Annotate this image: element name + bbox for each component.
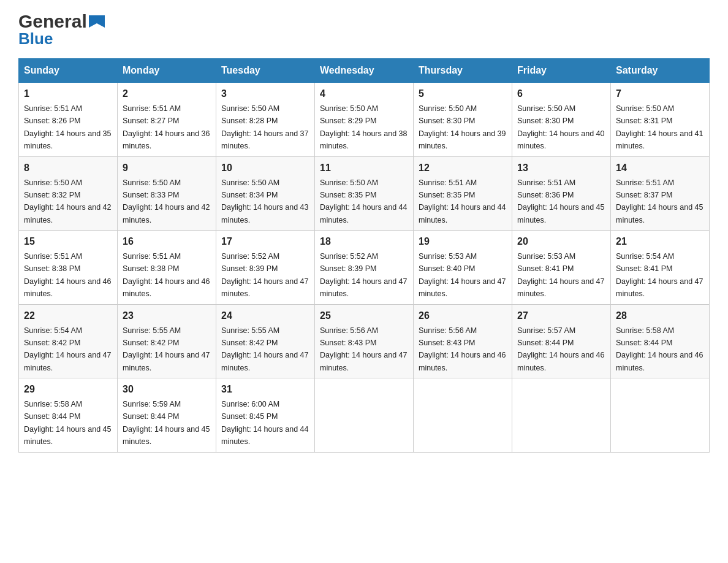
- day-number: 3: [221, 86, 309, 101]
- day-number: 1: [24, 86, 112, 101]
- column-header-saturday: Saturday: [611, 59, 710, 83]
- day-info: Sunrise: 5:50 AMSunset: 8:30 PMDaylight:…: [419, 104, 506, 150]
- day-number: 15: [24, 234, 112, 249]
- calendar-cell: 9 Sunrise: 5:50 AMSunset: 8:33 PMDayligh…: [118, 156, 216, 231]
- day-number: 24: [221, 308, 309, 323]
- day-number: 6: [517, 86, 605, 101]
- calendar-cell: 6 Sunrise: 5:50 AMSunset: 8:30 PMDayligh…: [512, 83, 611, 157]
- calendar-table: SundayMondayTuesdayWednesdayThursdayFrid…: [18, 58, 710, 453]
- calendar-cell: 8 Sunrise: 5:50 AMSunset: 8:32 PMDayligh…: [19, 156, 118, 231]
- day-info: Sunrise: 5:53 AMSunset: 8:41 PMDaylight:…: [517, 252, 604, 298]
- column-header-monday: Monday: [118, 59, 216, 83]
- calendar-cell: 5 Sunrise: 5:50 AMSunset: 8:30 PMDayligh…: [414, 83, 512, 157]
- calendar-cell: 26 Sunrise: 5:56 AMSunset: 8:43 PMDaylig…: [414, 304, 512, 378]
- calendar-week-row: 1 Sunrise: 5:51 AMSunset: 8:26 PMDayligh…: [19, 83, 710, 157]
- calendar-cell: 31 Sunrise: 6:00 AMSunset: 8:45 PMDaylig…: [216, 378, 315, 453]
- calendar-cell: [315, 378, 414, 453]
- logo-flag-icon: [89, 12, 105, 31]
- day-number: 26: [419, 308, 507, 323]
- day-info: Sunrise: 5:54 AMSunset: 8:41 PMDaylight:…: [616, 252, 703, 298]
- calendar-cell: 28 Sunrise: 5:58 AMSunset: 8:44 PMDaylig…: [611, 304, 710, 378]
- day-info: Sunrise: 5:57 AMSunset: 8:44 PMDaylight:…: [517, 326, 604, 372]
- day-info: Sunrise: 5:51 AMSunset: 8:37 PMDaylight:…: [616, 178, 703, 224]
- day-info: Sunrise: 5:50 AMSunset: 8:32 PMDaylight:…: [24, 178, 111, 224]
- day-info: Sunrise: 5:50 AMSunset: 8:33 PMDaylight:…: [123, 178, 210, 224]
- calendar-cell: 19 Sunrise: 5:53 AMSunset: 8:40 PMDaylig…: [414, 231, 512, 305]
- calendar-cell: 25 Sunrise: 5:56 AMSunset: 8:43 PMDaylig…: [315, 304, 414, 378]
- logo: General Blue: [18, 12, 105, 48]
- calendar-cell: 22 Sunrise: 5:54 AMSunset: 8:42 PMDaylig…: [19, 304, 118, 378]
- day-number: 17: [221, 234, 309, 249]
- day-number: 19: [419, 234, 507, 249]
- day-number: 21: [616, 234, 704, 249]
- day-number: 9: [123, 161, 211, 175]
- calendar-cell: 3 Sunrise: 5:50 AMSunset: 8:28 PMDayligh…: [216, 83, 315, 157]
- day-number: 4: [320, 86, 408, 101]
- calendar-cell: 7 Sunrise: 5:50 AMSunset: 8:31 PMDayligh…: [611, 83, 710, 157]
- calendar-week-row: 15 Sunrise: 5:51 AMSunset: 8:38 PMDaylig…: [19, 231, 710, 305]
- day-number: 18: [320, 234, 408, 249]
- day-number: 12: [419, 161, 507, 175]
- calendar-cell: 29 Sunrise: 5:58 AMSunset: 8:44 PMDaylig…: [19, 378, 118, 453]
- day-info: Sunrise: 5:50 AMSunset: 8:29 PMDaylight:…: [320, 104, 407, 150]
- calendar-cell: 21 Sunrise: 5:54 AMSunset: 8:41 PMDaylig…: [611, 231, 710, 305]
- day-number: 23: [123, 308, 211, 323]
- day-info: Sunrise: 5:55 AMSunset: 8:42 PMDaylight:…: [221, 326, 308, 372]
- calendar-cell: [611, 378, 710, 453]
- day-info: Sunrise: 5:56 AMSunset: 8:43 PMDaylight:…: [419, 326, 506, 372]
- day-info: Sunrise: 5:51 AMSunset: 8:36 PMDaylight:…: [517, 178, 604, 224]
- day-info: Sunrise: 5:55 AMSunset: 8:42 PMDaylight:…: [123, 326, 210, 372]
- day-number: 16: [123, 234, 211, 249]
- logo-general-text: General: [18, 12, 87, 31]
- day-info: Sunrise: 5:51 AMSunset: 8:38 PMDaylight:…: [24, 252, 111, 298]
- calendar-cell: 18 Sunrise: 5:52 AMSunset: 8:39 PMDaylig…: [315, 231, 414, 305]
- day-info: Sunrise: 5:50 AMSunset: 8:31 PMDaylight:…: [616, 104, 703, 150]
- calendar-header-row: SundayMondayTuesdayWednesdayThursdayFrid…: [19, 59, 710, 83]
- day-number: 7: [616, 86, 704, 101]
- day-number: 2: [123, 86, 211, 101]
- calendar-cell: [414, 378, 512, 453]
- calendar-cell: 14 Sunrise: 5:51 AMSunset: 8:37 PMDaylig…: [611, 156, 710, 231]
- calendar-cell: 30 Sunrise: 5:59 AMSunset: 8:44 PMDaylig…: [118, 378, 216, 453]
- calendar-cell: [512, 378, 611, 453]
- day-info: Sunrise: 5:59 AMSunset: 8:44 PMDaylight:…: [123, 400, 210, 446]
- calendar-cell: 17 Sunrise: 5:52 AMSunset: 8:39 PMDaylig…: [216, 231, 315, 305]
- column-header-sunday: Sunday: [19, 59, 118, 83]
- day-info: Sunrise: 5:50 AMSunset: 8:30 PMDaylight:…: [517, 104, 604, 150]
- day-number: 13: [517, 161, 605, 175]
- day-number: 10: [221, 161, 309, 175]
- day-info: Sunrise: 5:52 AMSunset: 8:39 PMDaylight:…: [320, 252, 407, 298]
- day-number: 22: [24, 308, 112, 323]
- day-info: Sunrise: 5:53 AMSunset: 8:40 PMDaylight:…: [419, 252, 506, 298]
- column-header-wednesday: Wednesday: [315, 59, 414, 83]
- calendar-cell: 20 Sunrise: 5:53 AMSunset: 8:41 PMDaylig…: [512, 231, 611, 305]
- calendar-cell: 1 Sunrise: 5:51 AMSunset: 8:26 PMDayligh…: [19, 83, 118, 157]
- day-number: 8: [24, 161, 112, 175]
- day-info: Sunrise: 5:51 AMSunset: 8:35 PMDaylight:…: [419, 178, 506, 224]
- calendar-cell: 13 Sunrise: 5:51 AMSunset: 8:36 PMDaylig…: [512, 156, 611, 231]
- logo-blue-line: Blue: [18, 29, 53, 48]
- calendar-cell: 11 Sunrise: 5:50 AMSunset: 8:35 PMDaylig…: [315, 156, 414, 231]
- day-info: Sunrise: 5:58 AMSunset: 8:44 PMDaylight:…: [24, 400, 111, 446]
- svg-marker-0: [89, 15, 105, 28]
- calendar-week-row: 29 Sunrise: 5:58 AMSunset: 8:44 PMDaylig…: [19, 378, 710, 453]
- day-info: Sunrise: 5:58 AMSunset: 8:44 PMDaylight:…: [616, 326, 703, 372]
- calendar-cell: 16 Sunrise: 5:51 AMSunset: 8:38 PMDaylig…: [118, 231, 216, 305]
- day-info: Sunrise: 5:50 AMSunset: 8:28 PMDaylight:…: [221, 104, 308, 150]
- day-number: 5: [419, 86, 507, 101]
- day-number: 25: [320, 308, 408, 323]
- day-number: 31: [221, 382, 309, 397]
- calendar-cell: 23 Sunrise: 5:55 AMSunset: 8:42 PMDaylig…: [118, 304, 216, 378]
- day-number: 11: [320, 161, 408, 175]
- day-number: 28: [616, 308, 704, 323]
- calendar-week-row: 22 Sunrise: 5:54 AMSunset: 8:42 PMDaylig…: [19, 304, 710, 378]
- day-info: Sunrise: 6:00 AMSunset: 8:45 PMDaylight:…: [221, 400, 308, 446]
- day-number: 29: [24, 382, 112, 397]
- calendar-week-row: 8 Sunrise: 5:50 AMSunset: 8:32 PMDayligh…: [19, 156, 710, 231]
- calendar-cell: 27 Sunrise: 5:57 AMSunset: 8:44 PMDaylig…: [512, 304, 611, 378]
- day-number: 20: [517, 234, 605, 249]
- day-number: 27: [517, 308, 605, 323]
- day-info: Sunrise: 5:51 AMSunset: 8:38 PMDaylight:…: [123, 252, 210, 298]
- calendar-cell: 4 Sunrise: 5:50 AMSunset: 8:29 PMDayligh…: [315, 83, 414, 157]
- calendar-cell: 24 Sunrise: 5:55 AMSunset: 8:42 PMDaylig…: [216, 304, 315, 378]
